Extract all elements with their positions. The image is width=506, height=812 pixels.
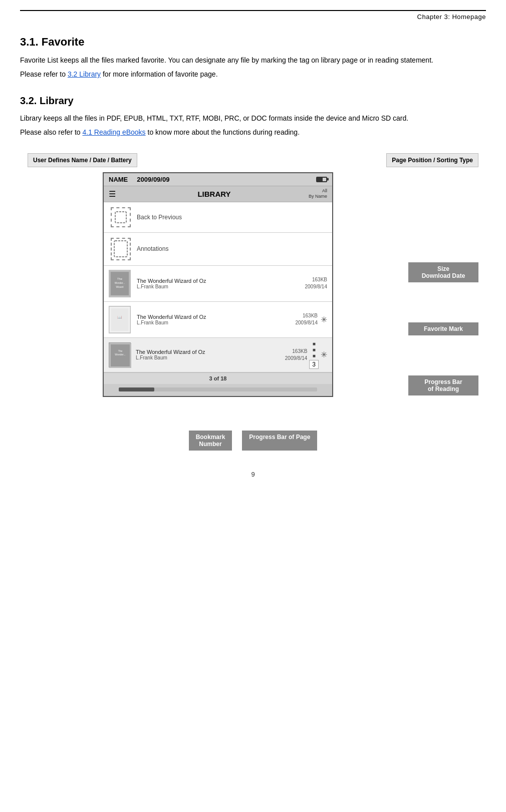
svg-rect-0 (115, 212, 126, 223)
book3-thumb: The Wonder... (109, 342, 131, 367)
device-name: NAME 2009/09/09 (109, 176, 169, 183)
book1-thumb: The Wonder... Wizard (109, 270, 131, 297)
book3-icons: ✳ (321, 350, 327, 359)
svg-text:Wonder...: Wonder... (115, 353, 125, 356)
top-labels: User Defines Name / Date / Battery Page … (28, 153, 478, 167)
svg-text:Wonder...: Wonder... (115, 282, 125, 284)
section1-para1: Favorite List keeps all the files marked… (20, 55, 486, 66)
top-right-label: Page Position / Sorting Type (386, 153, 478, 167)
book1-row: The Wonder... Wizard The Wonderful Wizar… (104, 266, 332, 302)
device-header: NAME 2009/09/09 (104, 173, 332, 186)
top-left-label: User Defines Name / Date / Battery (28, 153, 137, 167)
reading-link[interactable]: 4.1 Reading eBooks (83, 128, 146, 136)
book1-meta: 163KB 2009/8/14 (305, 276, 328, 290)
progress-bar-container (104, 384, 332, 396)
progress-section: 3 of 18 (104, 372, 332, 384)
chapter-header: Chapter 3: Homepage (20, 10, 486, 21)
page-number: 9 (20, 471, 486, 478)
progress-bar-page-label: Progress Bar of Page (242, 431, 317, 451)
svg-text:The: The (117, 277, 122, 280)
reading-number: 3 (309, 360, 319, 369)
size-download-label: SizeDownload Date (408, 262, 478, 282)
device-screen: NAME 2009/09/09 ☰ LIBRARY All By Name (103, 172, 333, 397)
book1-info: The Wonderful Wizard of Oz L.Frank Baum (137, 278, 305, 289)
section2-heading: 3.2. Library (20, 95, 486, 107)
battery-icon (316, 177, 327, 182)
book2-thumb: 📖 (109, 306, 131, 333)
book2-meta: 163KB 2009/8/14 (296, 312, 318, 326)
bookmark-dots: ■■■ (313, 341, 316, 359)
book3-info: The Wonderful Wizard of Oz L.Frank Baum (136, 349, 285, 360)
device-subheader: ☰ LIBRARY All By Name (104, 186, 332, 202)
section2-para1: Library keeps all the files in PDF, EPUB… (20, 113, 486, 124)
favorite-mark-3: ✳ (321, 350, 327, 359)
book2-info: The Wonderful Wizard of Oz L.Frank Baum (137, 314, 296, 325)
section-library: 3.2. Library Library keeps all the files… (20, 95, 486, 138)
library-title: LIBRARY (120, 190, 309, 198)
progress-bar-page (119, 387, 317, 391)
back-icon (111, 207, 131, 227)
svg-text:Wizard: Wizard (116, 286, 124, 288)
right-labels: SizeDownload Date Favorite Mark Progress… (408, 172, 478, 426)
section1-para2: Please refer to 3.2 Library for more inf… (20, 69, 486, 80)
diagram-area: User Defines Name / Date / Battery Page … (28, 153, 478, 451)
svg-text:📖: 📖 (117, 314, 122, 319)
bookmark-number-label: BookmarkNumber (189, 431, 232, 451)
favorite-mark-label: Favorite Mark (408, 322, 478, 335)
annotations-icon (111, 238, 131, 260)
section2-para2: Please also refer to 4.1 Reading eBooks … (20, 127, 486, 138)
svg-rect-1 (114, 241, 127, 257)
svg-text:The: The (118, 349, 123, 352)
book3-meta: 163KB 2009/8/14 (285, 348, 308, 362)
back-row: Back to Previous (104, 202, 332, 233)
svg-rect-8 (111, 308, 128, 331)
section-favorite: 3.1. Favorite Favorite List keeps all th… (20, 36, 486, 80)
progress-bar-reading-label: Progress Barof Reading (408, 375, 478, 395)
annotations-row: Annotations (104, 233, 332, 266)
menu-icon[interactable]: ☰ (109, 189, 116, 199)
book2-icons: ✳ (321, 315, 327, 324)
bottom-labels: BookmarkNumber Progress Bar of Page (28, 431, 478, 451)
sort-options: All By Name (309, 188, 327, 200)
section1-heading: 3.1. Favorite (20, 36, 486, 49)
library-link[interactable]: 3.2 Library (68, 70, 101, 78)
annotations-text: Annotations (137, 245, 168, 252)
favorite-mark: ✳ (321, 315, 327, 324)
book3-row: The Wonder... The Wonderful Wizard of Oz… (104, 338, 332, 372)
book2-row: 📖 The Wonderful Wizard of Oz L.Frank Bau… (104, 302, 332, 338)
back-text: Back to Previous (137, 214, 182, 221)
